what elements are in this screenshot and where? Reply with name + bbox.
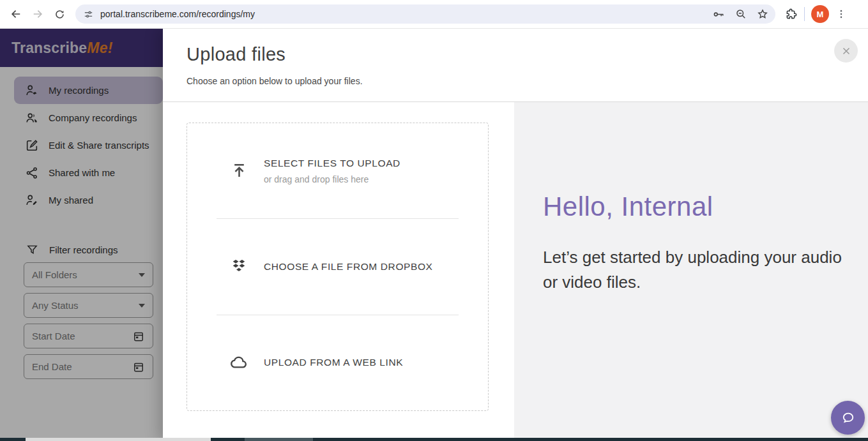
modal-body: SELECT FILES TO UPLOAD or drag and drop …: [163, 102, 868, 441]
bookmark-star-icon[interactable]: [756, 8, 769, 20]
profile-avatar[interactable]: M: [811, 5, 829, 23]
upload-files-modal: Upload files Choose an option below to u…: [163, 29, 868, 441]
modal-title: Upload files: [187, 44, 868, 65]
cloud-icon: [229, 352, 248, 373]
reload-button[interactable]: [49, 3, 70, 25]
taskbar-slate-segment: [245, 438, 313, 441]
chrome-menu-kebab-icon[interactable]: [835, 8, 847, 20]
close-icon: [841, 45, 852, 57]
back-button[interactable]: [5, 3, 27, 25]
modal-subtitle: Choose an option below to upload your fi…: [187, 76, 868, 86]
select-files-label: SELECT FILES TO UPLOAD: [264, 158, 400, 169]
extensions-puzzle-icon[interactable]: [784, 8, 798, 21]
reload-icon: [54, 8, 66, 20]
modal-header: Upload files Choose an option below to u…: [163, 29, 868, 102]
zoom-out-icon[interactable]: [735, 8, 747, 20]
welcome-heading: Hello, Internal: [543, 191, 868, 222]
web-link-option-label: UPLOAD FROM A WEB LINK: [264, 357, 403, 368]
app-area: TranscribeMe! My recordings Company reco…: [0, 29, 868, 441]
chat-widget-button[interactable]: [831, 401, 865, 435]
dropbox-option[interactable]: CHOOSE A FILE FROM DROPBOX: [187, 219, 488, 314]
drag-drop-hint: or drag and drop files here: [264, 174, 400, 184]
dropbox-icon: [229, 258, 248, 276]
forward-arrow-icon: [31, 8, 44, 20]
upload-options-column: SELECT FILES TO UPLOAD or drag and drop …: [163, 102, 514, 441]
forward-button[interactable]: [27, 3, 49, 25]
welcome-panel: Hello, Internal Let’s get started by upl…: [514, 102, 868, 441]
url-bar[interactable]: portal.transcribeme.com/recordings/my: [75, 4, 775, 24]
browser-toolbar: portal.transcribeme.com/recordings/my M: [0, 0, 868, 29]
select-files-option[interactable]: SELECT FILES TO UPLOAD or drag and drop …: [187, 123, 488, 218]
dropbox-option-label: CHOOSE A FILE FROM DROPBOX: [264, 261, 433, 273]
upload-dropzone[interactable]: SELECT FILES TO UPLOAD or drag and drop …: [187, 123, 489, 411]
welcome-message: Let’s get started by uploading your audi…: [543, 245, 853, 295]
upload-arrow-icon: [229, 162, 248, 179]
site-settings-tune-icon[interactable]: [83, 9, 94, 20]
url-text[interactable]: portal.transcribeme.com/recordings/my: [100, 9, 712, 19]
back-arrow-icon: [10, 8, 22, 20]
taskbar-light-segment: [26, 438, 211, 441]
chat-bubble-icon: [840, 410, 857, 426]
web-link-option[interactable]: UPLOAD FROM A WEB LINK: [187, 315, 488, 410]
toolbar-separator: [804, 7, 805, 21]
passwords-key-icon[interactable]: [712, 8, 726, 21]
taskbar-sliver: [0, 438, 868, 441]
close-button[interactable]: [834, 39, 858, 63]
